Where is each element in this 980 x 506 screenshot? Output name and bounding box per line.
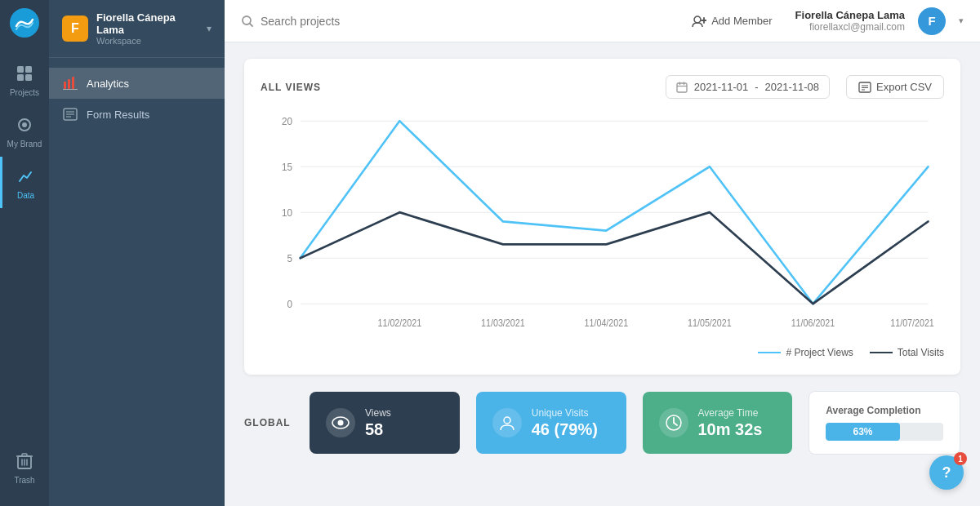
sidebar-item-mybrand[interactable]: My Brand [0,105,49,157]
views-label: Views [365,407,443,419]
projects-icon [13,62,36,85]
svg-rect-2 [25,66,32,73]
trash-icon [13,450,36,473]
progress-bar-container: 63% [826,423,943,441]
app-logo[interactable] [10,8,39,38]
svg-rect-25 [677,83,687,92]
legend-total-visits: Total Visits [870,347,944,358]
svg-rect-14 [72,77,74,89]
avg-time-label: Average Time [698,407,777,419]
svg-text:11/04/2021: 11/04/2021 [585,318,629,329]
add-member-label: Add Member [711,15,772,27]
topbar-right: Add Member Fiorella Cánepa Lama fiorella… [682,7,964,35]
date-range-picker[interactable]: 2021-11-01 - 2021-11-08 [666,75,830,99]
svg-text:11/02/2021: 11/02/2021 [378,318,422,329]
views-value: 58 [365,420,443,439]
export-csv-button[interactable]: Export CSV [846,75,944,99]
svg-point-22 [694,16,701,23]
workspace-sub: Workspace [96,36,198,46]
search-icon [241,15,254,28]
stat-card-views: Views 58 [310,392,460,454]
search-area [241,15,669,28]
add-member-icon [692,15,706,28]
date-start: 2021-11-01 [694,81,749,93]
avg-completion-label: Average Completion [826,405,920,416]
sidebar-item-data[interactable]: Data [0,157,49,208]
svg-line-54 [674,423,677,425]
svg-text:10: 10 [282,206,292,219]
svg-text:15: 15 [282,161,292,173]
svg-point-51 [504,417,510,424]
unique-visits-label: Unique Visits [532,407,610,419]
help-button[interactable]: ? 1 [929,455,964,490]
form-results-icon [62,106,78,122]
svg-text:11/03/2021: 11/03/2021 [481,318,525,329]
svg-text:0: 0 [287,298,292,310]
workspace-icon: F [62,16,88,42]
user-info: Fiorella Cánepa Lama fiorellaxcl@gmail.c… [795,9,905,33]
progress-bar-fill: 63% [826,423,900,441]
user-email: fiorellaxcl@gmail.com [809,21,905,33]
topbar: Add Member Fiorella Cánepa Lama fiorella… [225,0,980,42]
line-chart: 20 15 10 5 0 11/02/2021 11/03/2021 11/04… [261,112,944,340]
user-name: Fiorella Cánepa Lama [795,9,905,21]
workspace-info: Fiorella Cánepa Lama Workspace [96,11,198,46]
avg-time-value: 10m 32s [698,420,777,439]
icon-bar: Projects My Brand Data [0,0,49,506]
data-label: Data [17,191,34,200]
legend-project-views-label: # Project Views [786,347,853,358]
projects-label: Projects [10,88,39,97]
workspace-chevron-icon[interactable]: ▾ [207,23,212,34]
workspace-name: Fiorella Cánepa Lama [96,11,198,36]
legend-project-views: # Project Views [758,347,853,358]
svg-point-50 [338,420,344,426]
avg-time-icon [659,408,688,437]
date-end: 2021-11-08 [765,81,820,93]
svg-rect-1 [17,66,24,73]
chart-area: 20 15 10 5 0 11/02/2021 11/03/2021 11/04… [261,112,944,340]
export-icon [858,82,871,93]
help-badge: 1 [954,452,967,465]
legend-line-dark [870,352,893,353]
svg-rect-13 [68,79,70,89]
chart-card: ALL VIEWS 2021-11-01 - 2021-11-08 [244,59,960,375]
chart-card-header: ALL VIEWS 2021-11-01 - 2021-11-08 [261,75,944,99]
svg-point-6 [22,122,27,127]
svg-text:11/07/2021: 11/07/2021 [890,318,934,329]
stat-card-unique-visits: Unique Visits 46 (79%) [476,392,626,454]
search-input[interactable] [261,15,424,28]
chart-legend: # Project Views Total Visits [261,347,944,358]
svg-line-21 [250,23,253,26]
svg-text:11/05/2021: 11/05/2021 [688,318,732,329]
unique-visits-info: Unique Visits 46 (79%) [532,407,610,439]
add-member-button[interactable]: Add Member [682,10,782,33]
global-stats-row: GLOBAL Views 58 [244,391,960,455]
sidebar: F Fiorella Cánepa Lama Workspace ▾ Analy… [49,0,225,506]
mybrand-label: My Brand [7,140,42,149]
analytics-icon [62,75,78,91]
nav-form-results[interactable]: Form Results [49,99,225,130]
legend-total-visits-label: Total Visits [898,347,944,358]
svg-text:20: 20 [282,115,292,127]
user-dropdown-chevron-icon[interactable]: ▾ [959,16,964,26]
global-label: GLOBAL [244,417,293,428]
sidebar-header: F Fiorella Cánepa Lama Workspace ▾ [49,0,225,58]
user-avatar[interactable]: F [918,7,946,35]
chart-title: ALL VIEWS [261,82,321,93]
sidebar-item-projects[interactable]: Projects [0,54,49,105]
legend-line-blue [758,352,781,353]
unique-visits-icon [492,408,522,437]
trash-label: Trash [14,476,34,485]
nav-analytics[interactable]: Analytics [49,68,225,99]
data-icon [15,165,38,188]
nav-form-results-label: Form Results [87,109,149,121]
progress-bar-value: 63% [853,426,873,437]
svg-rect-12 [64,82,66,89]
stat-card-avg-time: Average Time 10m 32s [643,392,793,454]
nav-analytics-label: Analytics [87,78,129,90]
sidebar-item-trash[interactable]: Trash [0,442,49,493]
help-icon: ? [942,464,951,482]
content-area: ALL VIEWS 2021-11-01 - 2021-11-08 [225,42,980,506]
avg-time-info: Average Time 10m 32s [698,407,777,439]
main-content: Add Member Fiorella Cánepa Lama fiorella… [225,0,980,506]
